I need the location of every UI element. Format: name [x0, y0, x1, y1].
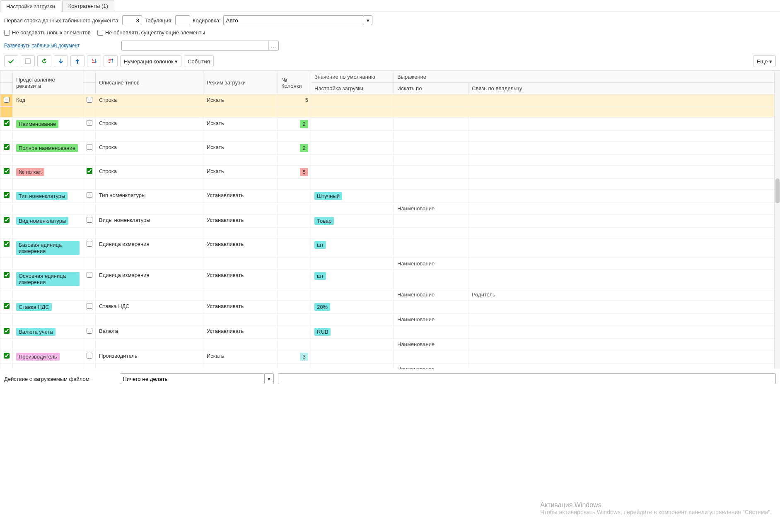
row-checkbox-2[interactable] [87, 328, 92, 334]
row-checkbox[interactable] [4, 192, 10, 198]
default-badge: Товар [314, 217, 334, 225]
table-sub-row[interactable]: НаименованиеРодитель [0, 289, 780, 301]
first-row-label: Первая строка данных табличного документ… [4, 17, 120, 24]
check-all-button[interactable] [4, 55, 18, 67]
table-row[interactable]: Тип номенклатурыТип номенклатурыУстанавл… [0, 190, 780, 203]
table-row[interactable]: Полное наименованиеСтрокаИскать2 [0, 142, 780, 155]
row-checkbox-2[interactable] [87, 241, 92, 247]
row-checkbox-2[interactable] [87, 217, 92, 223]
row-checkbox[interactable] [4, 217, 10, 223]
table-sub-row[interactable]: Наименование [0, 363, 780, 369]
table-sub-row[interactable] [0, 179, 780, 190]
row-checkbox[interactable] [4, 353, 10, 359]
row-checkbox-2[interactable] [87, 303, 92, 309]
row-checkbox[interactable] [4, 168, 10, 174]
row-checkbox-2[interactable] [87, 120, 92, 126]
table-row[interactable]: Ставка НДССтавка НДСУстанавливать20% [0, 301, 780, 314]
file-action-extra-input[interactable] [278, 373, 776, 384]
tab-load-settings[interactable]: Настройки загрузки [0, 0, 61, 12]
col-owner-link[interactable]: Связь по владельцу [468, 83, 780, 94]
tabulation-label: Табуляция: [145, 17, 173, 24]
scrollbar-thumb[interactable] [775, 178, 780, 203]
row-checkbox-2[interactable] [87, 192, 92, 198]
table-row[interactable]: НаименованиеСтрокаИскать2 [0, 118, 780, 131]
attr-badge: Наименование [16, 120, 58, 128]
table-sub-row[interactable] [0, 155, 780, 166]
col-number[interactable]: № Колонки [278, 71, 311, 94]
first-row-input[interactable] [122, 15, 142, 25]
table-row[interactable]: Вид номенклатурыВиды номенклатурыУстанав… [0, 214, 780, 228]
col-load-mode[interactable]: Режим загрузки [203, 71, 278, 94]
expand-doc-link[interactable]: Развернуть табличный документ [4, 43, 80, 48]
col-type-desc[interactable]: Описание типов [96, 71, 203, 94]
col-check1[interactable] [0, 71, 13, 83]
tab-contractors[interactable]: Контрагенты (1) [62, 0, 114, 12]
row-checkbox[interactable] [4, 241, 10, 247]
no-create-label: Не создавать новых элементов [12, 29, 91, 36]
tabulation-input[interactable] [175, 15, 190, 25]
move-up-button[interactable] [70, 55, 85, 67]
table-sub-row[interactable] [0, 131, 780, 142]
refresh-button[interactable] [37, 55, 51, 67]
col-expression[interactable]: Выражение [394, 71, 780, 83]
more-button[interactable]: Еще ▾ [753, 55, 776, 67]
table-sub-row[interactable]: Наименование [0, 203, 780, 214]
settings-grid[interactable]: Представление реквизита Описание типов Р… [0, 71, 780, 369]
form-row-1: Первая строка данных табличного документ… [0, 12, 780, 29]
row-checkbox-2[interactable] [87, 144, 92, 150]
default-badge: шт [314, 241, 326, 249]
row-checkbox-2[interactable] [87, 353, 92, 359]
sort-asc-button[interactable] [87, 55, 101, 67]
table-sub-row[interactable]: Наименование [0, 258, 780, 270]
row-checkbox[interactable] [4, 328, 10, 334]
table-row[interactable]: Основная единица измеренияЕдиница измере… [0, 270, 780, 289]
sort-asc-icon [91, 58, 97, 65]
table-sub-row[interactable]: Наименование [0, 314, 780, 325]
col-search-by[interactable]: Искать по [394, 83, 468, 94]
file-action-select[interactable] [120, 373, 265, 384]
row-checkbox[interactable] [4, 144, 10, 150]
table-row[interactable]: КодСтрокаИскать5 [0, 94, 780, 107]
uncheck-all-button[interactable] [21, 55, 35, 67]
table-row[interactable]: № по кат.СтрокаИскать5 [0, 166, 780, 179]
sort-desc-button[interactable] [104, 55, 118, 67]
column-numbering-button[interactable]: Нумерация колонок ▾ [120, 55, 181, 67]
vertical-scrollbar[interactable] [774, 71, 780, 369]
row-checkbox[interactable] [4, 303, 10, 309]
col-num-badge: 2 [300, 144, 308, 152]
no-update-checkbox[interactable]: Не обновлять существующие элементы [97, 29, 205, 36]
column-numbering-label: Нумерация колонок [124, 58, 174, 65]
row-checkbox[interactable] [4, 272, 10, 278]
table-row[interactable]: Валюта учетаВалютаУстанавливатьRUB [0, 325, 780, 339]
col-num-badge: 5 [300, 168, 308, 176]
search-ellipsis-icon[interactable]: … [268, 41, 278, 50]
table-sub-row[interactable] [0, 107, 780, 118]
svg-rect-0 [25, 59, 30, 64]
col-attr-repr[interactable]: Представление реквизита [13, 71, 83, 94]
file-action-dropdown-icon[interactable]: ▾ [265, 373, 274, 384]
table-row[interactable]: ПроизводительПроизводительИскать3 [0, 350, 780, 363]
row-checkbox[interactable] [4, 120, 10, 126]
events-button[interactable]: События [184, 55, 214, 67]
attr-badge: Тип номенклатуры [16, 192, 68, 200]
col-check2[interactable] [83, 71, 96, 83]
col-load-setting[interactable]: Настройка загрузки [311, 83, 394, 94]
encoding-dropdown-icon[interactable]: ▾ [364, 15, 372, 25]
table-sub-row[interactable] [0, 228, 780, 238]
row-checkbox-2[interactable] [87, 168, 92, 174]
link-row: Развернуть табличный документ … [0, 39, 780, 54]
col-default-val[interactable]: Значение по умолчанию [311, 71, 394, 83]
no-create-checkbox[interactable]: Не создавать новых элементов [4, 29, 91, 36]
search-input[interactable] [122, 41, 268, 50]
attr-badge: Валюта учета [16, 328, 56, 336]
check-green-icon [8, 58, 14, 65]
table-row[interactable]: Базовая единица измеренияЕдиница измерен… [0, 238, 780, 258]
row-checkbox-2[interactable] [87, 272, 92, 278]
grid-container: Представление реквизита Описание типов Р… [0, 70, 780, 369]
default-badge: 20% [314, 303, 330, 311]
row-checkbox[interactable] [4, 97, 10, 103]
encoding-select[interactable] [223, 15, 364, 25]
row-checkbox-2[interactable] [87, 97, 92, 103]
move-down-button[interactable] [54, 55, 68, 67]
table-sub-row[interactable]: Наименование [0, 339, 780, 350]
